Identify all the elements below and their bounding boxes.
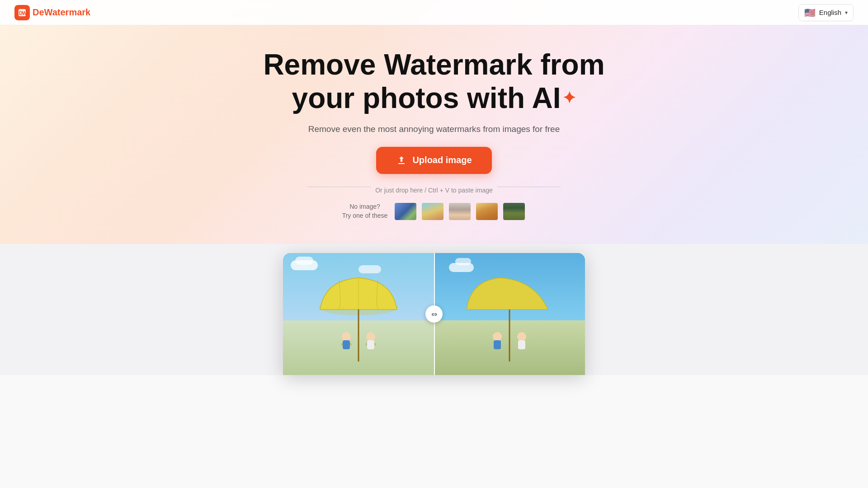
sample-thumb-4[interactable] — [475, 202, 499, 221]
divider-left — [307, 187, 371, 187]
sample-thumb-2[interactable] — [421, 202, 444, 221]
header: DW DeWatermark 🇺🇸 English ▾ — [0, 0, 868, 25]
upload-icon — [396, 155, 407, 166]
language-selector[interactable]: 🇺🇸 English ▾ — [798, 4, 854, 21]
no-image-label: No image? Try one of these — [342, 202, 388, 220]
sample-thumb-3[interactable] — [448, 202, 472, 221]
demo-after — [434, 253, 585, 375]
divider-right — [497, 187, 561, 187]
upload-image-button[interactable]: Upload image — [376, 147, 491, 174]
flag-icon: 🇺🇸 — [804, 7, 816, 18]
lang-label: English — [819, 9, 841, 16]
demo-card: ©DeWatermark ©DeWatermark ©DeWatermark ©… — [283, 253, 585, 375]
svg-rect-6 — [343, 340, 350, 349]
sample-thumb-5[interactable] — [502, 202, 526, 221]
svg-point-5 — [342, 332, 351, 341]
hero-title: Remove Watermark from your photos with A… — [263, 48, 604, 115]
demo-before: ©DeWatermark ©DeWatermark ©DeWatermark ©… — [283, 253, 434, 375]
chevron-down-icon: ▾ — [845, 9, 848, 16]
svg-point-11 — [493, 332, 502, 341]
no-image-row: No image? Try one of these — [342, 202, 526, 221]
umbrella-svg-right — [467, 267, 552, 371]
umbrella-svg-left — [316, 267, 401, 371]
drop-hint: Or just drop here / Ctrl + V to paste im… — [375, 187, 493, 194]
svg-rect-14 — [518, 340, 525, 349]
svg-point-13 — [517, 332, 526, 341]
svg-point-8 — [366, 332, 375, 341]
hero-section: Remove Watermark from your photos with A… — [0, 0, 868, 244]
logo[interactable]: DW DeWatermark — [14, 5, 90, 20]
demo-section: ©DeWatermark ©DeWatermark ©DeWatermark ©… — [0, 244, 868, 375]
svg-text:DW: DW — [19, 10, 27, 16]
sample-thumb-1[interactable] — [394, 202, 417, 221]
hero-subtitle: Remove even the most annoying watermarks… — [308, 124, 560, 134]
logo-icon: DW — [14, 5, 30, 20]
logo-text: DeWatermark — [33, 7, 90, 18]
svg-rect-9 — [367, 340, 374, 349]
svg-rect-12 — [494, 340, 501, 349]
demo-image-comparison: ©DeWatermark ©DeWatermark ©DeWatermark ©… — [283, 253, 585, 375]
sample-thumbs — [394, 202, 526, 221]
sparkle-icon: ✦ — [562, 89, 576, 107]
arrows-icon: ⇔ — [431, 310, 437, 319]
comparison-handle[interactable]: ⇔ — [425, 305, 443, 323]
